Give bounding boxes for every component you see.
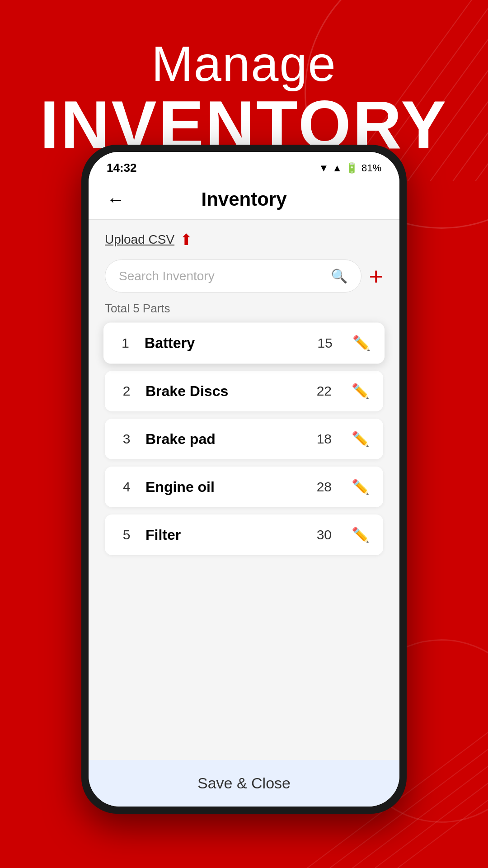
phone-frame: 14:32 ▼ ▲ 🔋 81% ← Inventory Upload CSV ⬆ xyxy=(81,145,407,814)
app-title: Inventory xyxy=(201,189,286,210)
item-name: Brake pad xyxy=(145,431,306,448)
item-number: 5 xyxy=(118,527,135,542)
back-button[interactable]: ← xyxy=(107,189,125,210)
item-count: 28 xyxy=(317,479,332,495)
inventory-item: 3 Brake pad 18 ✏️ xyxy=(105,419,383,459)
signal-icon: ▲ xyxy=(332,162,342,174)
search-icon[interactable]: 🔍 xyxy=(331,268,347,284)
search-row: Search Inventory 🔍 + xyxy=(105,259,383,292)
item-name: Brake Discs xyxy=(145,383,306,400)
item-name: Battery xyxy=(145,335,306,351)
item-count: 15 xyxy=(317,335,333,351)
total-parts-label: Total 5 Parts xyxy=(105,302,383,316)
inventory-item: 2 Brake Discs 22 ✏️ xyxy=(105,371,383,411)
edit-icon[interactable]: ✏️ xyxy=(352,335,371,352)
item-number: 4 xyxy=(118,479,135,495)
app-header: ← Inventory xyxy=(89,179,399,220)
upload-csv-link[interactable]: Upload CSV xyxy=(105,232,174,247)
phone-screen: 14:32 ▼ ▲ 🔋 81% ← Inventory Upload CSV ⬆ xyxy=(89,152,399,807)
status-icons: ▼ ▲ 🔋 81% xyxy=(319,162,381,174)
save-button-area: Save & Close xyxy=(89,760,399,807)
item-name: Filter xyxy=(145,527,306,543)
upload-icon[interactable]: ⬆ xyxy=(180,231,192,249)
battery-icon: 🔋 xyxy=(346,162,358,174)
battery-percent: 81% xyxy=(361,162,381,174)
item-number: 3 xyxy=(118,431,135,447)
content-area: Upload CSV ⬆ Search Inventory 🔍 + Total … xyxy=(89,220,399,760)
edit-icon[interactable]: ✏️ xyxy=(352,430,370,448)
inventory-item: 4 Engine oil 28 ✏️ xyxy=(105,467,383,507)
status-bar: 14:32 ▼ ▲ 🔋 81% xyxy=(89,152,399,179)
item-name: Engine oil xyxy=(145,479,306,495)
wifi-icon: ▼ xyxy=(319,162,328,174)
search-box[interactable]: Search Inventory 🔍 xyxy=(105,259,361,292)
item-count: 18 xyxy=(317,431,332,447)
item-number: 1 xyxy=(117,335,133,351)
search-placeholder: Search Inventory xyxy=(119,269,215,283)
edit-icon[interactable]: ✏️ xyxy=(352,526,370,543)
header-manage-text: Manage xyxy=(0,36,488,91)
edit-icon[interactable]: ✏️ xyxy=(352,478,370,495)
svg-line-11 xyxy=(398,732,488,868)
inventory-list: 1 Battery 15 ✏️ 2 Brake Discs 22 ✏️ 3 Br… xyxy=(105,323,383,555)
status-time: 14:32 xyxy=(107,161,137,175)
item-number: 2 xyxy=(118,383,135,399)
item-count: 30 xyxy=(317,527,332,542)
add-item-button[interactable]: + xyxy=(369,264,383,288)
inventory-item: 5 Filter 30 ✏️ xyxy=(105,514,383,555)
inventory-item: 1 Battery 15 ✏️ xyxy=(103,323,385,364)
upload-row: Upload CSV ⬆ xyxy=(105,231,383,249)
save-close-button[interactable]: Save & Close xyxy=(103,774,385,792)
edit-icon[interactable]: ✏️ xyxy=(352,382,370,400)
item-count: 22 xyxy=(317,383,332,399)
